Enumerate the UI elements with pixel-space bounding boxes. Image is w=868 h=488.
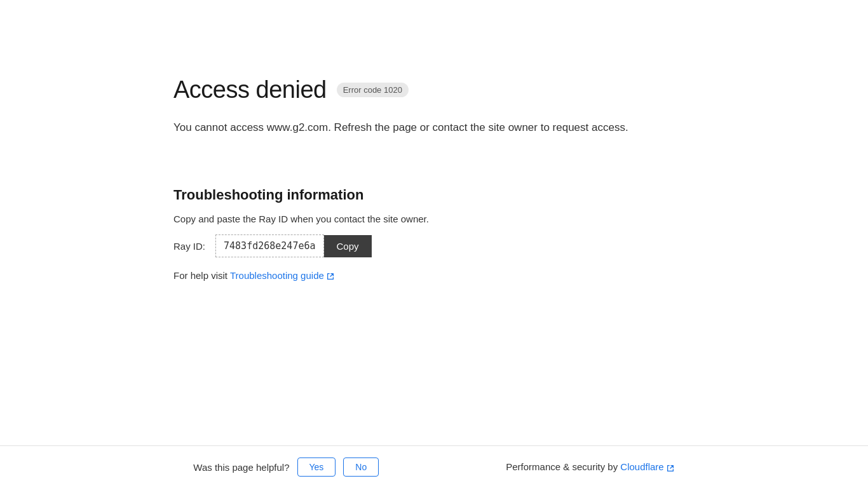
external-link-icon: [326, 272, 335, 281]
powered-label: Performance & security by: [506, 461, 620, 472]
title-row: Access denied Error code 1020: [173, 76, 695, 104]
yes-button[interactable]: Yes: [297, 458, 336, 477]
cloudflare-external-icon: [666, 464, 675, 473]
troubleshooting-title: Troubleshooting information: [173, 187, 695, 203]
helpful-section: Was this page helpful? Yes No: [193, 458, 379, 477]
help-text-prefix: For help visit: [173, 270, 230, 281]
page-title: Access denied: [173, 76, 327, 104]
main-content: Access denied Error code 1020 You cannot…: [148, 0, 720, 332]
ray-id-value: 7483fd268e247e6a: [215, 234, 324, 257]
no-button[interactable]: No: [343, 458, 379, 477]
help-text: For help visit Troubleshooting guide: [173, 270, 695, 281]
access-description: You cannot access www.g2.com. Refresh th…: [173, 119, 695, 136]
copy-instruction: Copy and paste the Ray ID when you conta…: [173, 214, 695, 224]
troubleshooting-guide-link[interactable]: Troubleshooting guide: [230, 270, 335, 281]
error-badge: Error code 1020: [337, 83, 409, 97]
footer: Was this page helpful? Yes No Performanc…: [0, 445, 868, 488]
helpful-label: Was this page helpful?: [193, 462, 289, 473]
troubleshooting-section: Troubleshooting information Copy and pas…: [173, 187, 695, 281]
copy-button[interactable]: Copy: [324, 235, 372, 257]
ray-id-label: Ray ID:: [173, 241, 205, 252]
ray-id-row: Ray ID: 7483fd268e247e6a Copy: [173, 234, 695, 257]
powered-by: Performance & security by Cloudflare: [506, 461, 674, 472]
cloudflare-link[interactable]: Cloudflare: [620, 461, 674, 472]
